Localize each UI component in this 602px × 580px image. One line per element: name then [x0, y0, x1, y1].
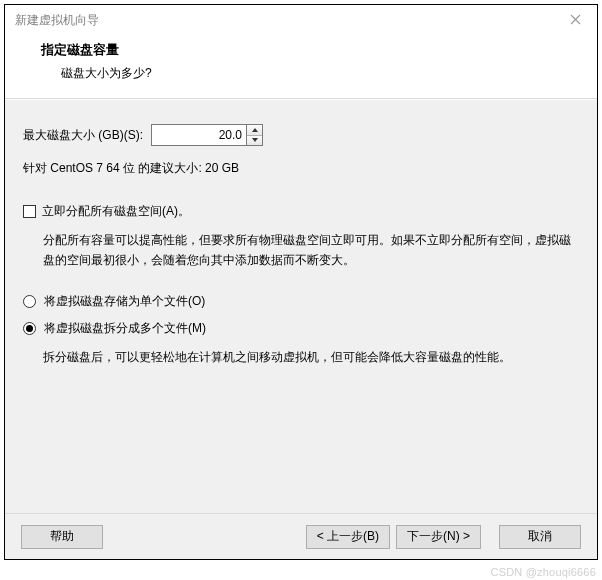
recommendation-text: 针对 CentOS 7 64 位 的建议大小: 20 GB	[23, 160, 579, 177]
store-split-label[interactable]: 将虚拟磁盘拆分成多个文件(M)	[44, 320, 206, 337]
dialog-footer: 帮助 < 上一步(B) 下一步(N) > 取消	[5, 513, 597, 559]
page-subtitle: 磁盘大小为多少?	[41, 65, 583, 82]
page-title: 指定磁盘容量	[41, 41, 583, 59]
disk-size-spinner	[151, 124, 263, 146]
disk-size-label: 最大磁盘大小 (GB)(S):	[23, 127, 143, 144]
cancel-button[interactable]: 取消	[499, 525, 581, 549]
chevron-down-icon	[252, 138, 258, 142]
spinner-up-button[interactable]	[247, 125, 262, 135]
store-split-radio[interactable]	[23, 322, 36, 335]
close-icon[interactable]	[561, 6, 589, 34]
chevron-up-icon	[252, 128, 258, 132]
store-single-radio[interactable]	[23, 295, 36, 308]
nav-button-group: < 上一步(B) 下一步(N) > 取消	[306, 525, 581, 549]
header-panel: 指定磁盘容量 磁盘大小为多少?	[5, 35, 597, 99]
help-button[interactable]: 帮助	[21, 525, 103, 549]
dialog-window: 新建虚拟机向导 指定磁盘容量 磁盘大小为多少? 最大磁盘大小 (GB)(S):	[4, 4, 598, 560]
next-button[interactable]: 下一步(N) >	[396, 525, 481, 549]
spinner-down-button[interactable]	[247, 135, 262, 146]
watermark: CSDN @zhouqi6666	[491, 566, 596, 578]
disk-size-row: 最大磁盘大小 (GB)(S):	[23, 124, 579, 146]
window-title: 新建虚拟机向导	[15, 12, 99, 29]
store-single-label[interactable]: 将虚拟磁盘存储为单个文件(O)	[44, 293, 205, 310]
allocate-now-row: 立即分配所有磁盘空间(A)。	[23, 203, 579, 220]
allocate-now-checkbox[interactable]	[23, 205, 36, 218]
store-single-row: 将虚拟磁盘存储为单个文件(O)	[23, 293, 579, 310]
titlebar: 新建虚拟机向导	[5, 5, 597, 35]
disk-size-input[interactable]	[151, 124, 247, 146]
back-button[interactable]: < 上一步(B)	[306, 525, 390, 549]
dialog-body: 最大磁盘大小 (GB)(S): 针对 CentOS 7 64 位 的建议大小: …	[5, 99, 597, 513]
store-split-row: 将虚拟磁盘拆分成多个文件(M)	[23, 320, 579, 337]
allocate-now-label[interactable]: 立即分配所有磁盘空间(A)。	[42, 203, 190, 220]
spinner-buttons	[247, 124, 263, 146]
store-split-description: 拆分磁盘后，可以更轻松地在计算机之间移动虚拟机，但可能会降低大容量磁盘的性能。	[23, 347, 579, 367]
allocate-now-description: 分配所有容量可以提高性能，但要求所有物理磁盘空间立即可用。如果不立即分配所有空间…	[23, 230, 579, 271]
